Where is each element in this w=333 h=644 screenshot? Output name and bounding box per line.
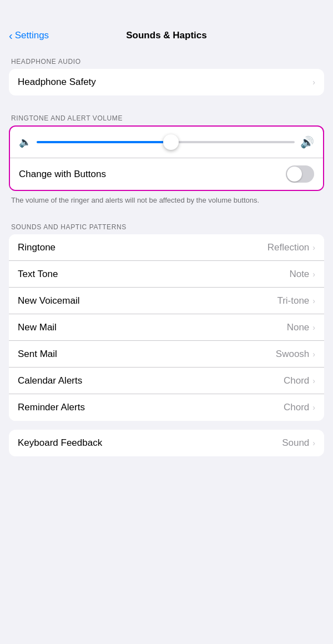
sent-mail-chevron: › — [312, 350, 315, 359]
headphone-safety-row[interactable]: Headphone Safety › — [9, 69, 324, 95]
volume-description: The volume of the ringer and alerts will… — [0, 191, 333, 213]
text-tone-value: Note — [289, 269, 309, 280]
new-voicemail-value: Tri-tone — [277, 295, 309, 306]
new-voicemail-right: Tri-tone › — [277, 295, 315, 306]
text-tone-label: Text Tone — [18, 269, 58, 280]
text-tone-chevron: › — [312, 270, 315, 279]
reminder-alerts-value: Chord — [284, 402, 309, 413]
text-tone-right: Note › — [289, 269, 315, 280]
sent-mail-right: Swoosh › — [276, 349, 315, 360]
volume-loud-icon: 🔊 — [300, 135, 314, 149]
section-label-headphone: Headphone Audio — [0, 48, 333, 69]
back-label: Settings — [15, 30, 49, 41]
slider-container: 🔈 🔊 — [19, 134, 314, 150]
new-mail-chevron: › — [312, 323, 315, 332]
back-button[interactable]: ‹ Settings — [9, 30, 49, 41]
section-label-sounds: Sounds and Haptic Patterns — [0, 213, 333, 234]
new-mail-row[interactable]: New Mail None › — [9, 314, 324, 341]
ringtone-row[interactable]: Ringtone Reflection › — [9, 234, 324, 261]
new-voicemail-row[interactable]: New Voicemail Tri-tone › — [9, 288, 324, 314]
sent-mail-value: Swoosh — [276, 349, 309, 360]
back-chevron-icon: ‹ — [9, 30, 13, 41]
reminder-alerts-row[interactable]: Reminder Alerts Chord › — [9, 394, 324, 421]
section-label-volume: Ringtone and Alert Volume — [0, 104, 333, 125]
ringtone-label: Ringtone — [18, 242, 56, 253]
ringtone-chevron: › — [312, 243, 315, 252]
slider-track-fill — [37, 141, 171, 143]
reminder-alerts-chevron: › — [312, 403, 315, 412]
keyboard-feedback-chevron: › — [312, 439, 315, 447]
volume-quiet-icon: 🔈 — [19, 136, 31, 148]
keyboard-feedback-label: Keyboard Feedback — [18, 437, 102, 449]
volume-slider-row: 🔈 🔊 — [10, 127, 323, 158]
ringtone-right: Reflection › — [268, 242, 315, 253]
change-with-buttons-toggle[interactable] — [286, 165, 314, 183]
sounds-haptic-card: Ringtone Reflection › Text Tone Note › N… — [9, 234, 324, 421]
calendar-alerts-value: Chord — [284, 375, 309, 386]
headphone-safety-label: Headphone Safety — [18, 77, 96, 88]
headphone-safety-chevron: › — [312, 78, 315, 87]
text-tone-row[interactable]: Text Tone Note › — [9, 261, 324, 288]
keyboard-feedback-right: Sound › — [282, 437, 315, 449]
headphone-audio-card: Headphone Safety › — [9, 69, 324, 95]
keyboard-feedback-card: Keyboard Feedback Sound › — [9, 430, 324, 456]
headphone-safety-right: › — [312, 78, 315, 87]
change-with-buttons-label: Change with Buttons — [19, 169, 106, 180]
toggle-thumb — [287, 167, 302, 182]
new-voicemail-chevron: › — [312, 296, 315, 305]
reminder-alerts-right: Chord › — [284, 402, 315, 413]
new-mail-right: None › — [287, 322, 315, 333]
slider-thumb[interactable] — [163, 134, 179, 150]
calendar-alerts-right: Chord › — [284, 375, 315, 386]
change-with-buttons-row[interactable]: Change with Buttons — [10, 158, 323, 190]
reminder-alerts-label: Reminder Alerts — [18, 402, 85, 413]
keyboard-feedback-row[interactable]: Keyboard Feedback Sound › — [9, 430, 324, 456]
volume-card: 🔈 🔊 Change with Buttons — [9, 125, 324, 191]
sent-mail-label: Sent Mail — [18, 349, 57, 360]
slider-wrapper[interactable] — [37, 134, 295, 150]
page-title: Sounds & Haptics — [126, 30, 206, 41]
nav-header: ‹ Settings Sounds & Haptics — [0, 0, 333, 48]
calendar-alerts-chevron: › — [312, 376, 315, 385]
new-voicemail-label: New Voicemail — [18, 295, 80, 306]
keyboard-feedback-value: Sound — [282, 437, 309, 449]
calendar-alerts-label: Calendar Alerts — [18, 375, 82, 386]
ringtone-value: Reflection — [268, 242, 310, 253]
calendar-alerts-row[interactable]: Calendar Alerts Chord › — [9, 368, 324, 394]
new-mail-label: New Mail — [18, 322, 57, 333]
new-mail-value: None — [287, 322, 310, 333]
sent-mail-row[interactable]: Sent Mail Swoosh › — [9, 341, 324, 368]
